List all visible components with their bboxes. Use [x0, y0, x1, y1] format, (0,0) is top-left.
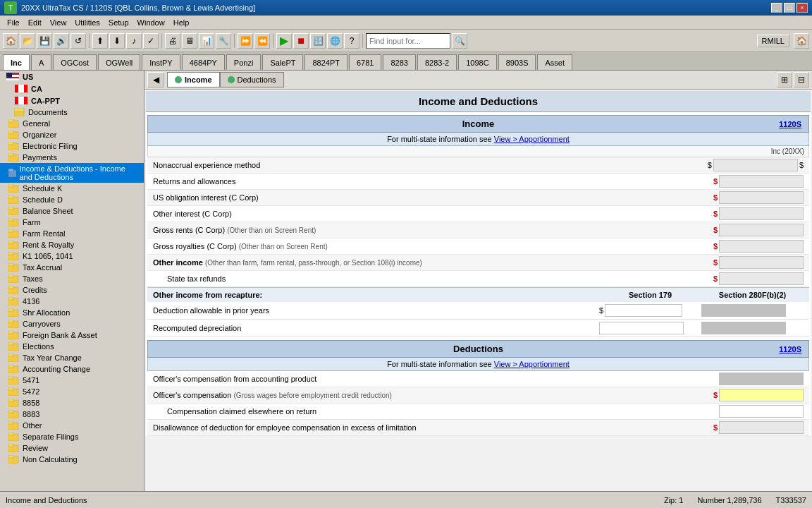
tab-deductions[interactable]: Deductions	[220, 72, 284, 87]
toolbar-icon-question[interactable]: ?	[344, 33, 359, 49]
sidebar-item-balance-sheet[interactable]: Balance Sheet	[0, 205, 144, 217]
tab-8824pt[interactable]: 8824PT	[304, 54, 347, 70]
input-state-tax[interactable]	[719, 272, 804, 285]
toolbar-icon-9[interactable]: ✓	[143, 33, 159, 49]
tab-8283[interactable]: 8283	[383, 54, 415, 70]
tab-instpy[interactable]: InstPY	[142, 54, 180, 70]
sidebar-item-farm[interactable]: Farm	[0, 217, 144, 228]
toolbar-icon-13[interactable]: 🔧	[216, 33, 231, 49]
sidebar-item-taxes[interactable]: Taxes	[0, 273, 144, 284]
menu-utilities[interactable]: Utilities	[70, 17, 104, 28]
apportionment-link[interactable]: View > Apportionment	[494, 135, 570, 143]
input-us-obligation[interactable]	[719, 191, 804, 204]
input-other-interest[interactable]	[719, 207, 804, 220]
sidebar-flag-ca[interactable]: CA	[0, 83, 144, 95]
toolbar-icon-3[interactable]: 💾	[37, 33, 52, 49]
sidebar-item-k1[interactable]: K1 1065, 1041	[0, 250, 144, 262]
sidebar-item-schedule-k[interactable]: Schedule K	[0, 183, 144, 194]
menu-edit[interactable]: Edit	[24, 17, 46, 28]
toolbar-icon-4[interactable]: 🔊	[54, 33, 69, 49]
tab-ogwell[interactable]: OGWell	[98, 54, 140, 70]
tab-asset[interactable]: Asset	[537, 54, 572, 70]
menu-view[interactable]: View	[46, 17, 71, 28]
sidebar-item-payments[interactable]: Payments	[0, 152, 144, 163]
expand-button[interactable]: ⊞	[777, 72, 792, 87]
toolbar-icon-10[interactable]: 🖨	[165, 33, 180, 49]
toolbar-icon-last[interactable]: 🏠	[794, 33, 809, 49]
search-input[interactable]	[366, 33, 450, 49]
close-button[interactable]: ×	[796, 3, 808, 13]
sidebar-item-carryovers[interactable]: Carryovers	[0, 318, 144, 329]
sidebar-item-non-calculating[interactable]: Non Calculating	[0, 454, 144, 465]
sidebar-item-8858[interactable]: 8858	[0, 397, 144, 409]
toolbar-icon-green[interactable]: ▶	[276, 33, 292, 49]
sidebar-flag-us[interactable]: US	[0, 71, 144, 83]
tab-6781[interactable]: 6781	[349, 54, 381, 70]
menu-help[interactable]: Help	[169, 17, 194, 28]
menu-window[interactable]: Window	[133, 17, 169, 28]
input-gross-royalties[interactable]	[719, 240, 804, 253]
toolbar-icon-calc[interactable]: 🔢	[310, 33, 326, 49]
toolbar-icon-1[interactable]: 🏠	[3, 33, 18, 49]
sidebar-item-tax-year-change[interactable]: Tax Year Change	[0, 352, 144, 363]
input-comp-claimed[interactable]	[719, 405, 804, 418]
tab-1098c[interactable]: 1098C	[458, 54, 496, 70]
toolbar-icon-15[interactable]: ⏪	[254, 33, 270, 49]
toolbar-icon-7[interactable]: ⬇	[109, 33, 125, 49]
sidebar-item-general[interactable]: General	[0, 118, 144, 129]
toolbar-icon-14[interactable]: ⏩	[238, 33, 253, 49]
toolbar-icon-8[interactable]: ♪	[126, 33, 142, 49]
input-gross-rents[interactable]	[719, 224, 804, 236]
sidebar-item-electronic-filing[interactable]: Electronic Filing	[0, 140, 144, 152]
sidebar-item-accounting-change[interactable]: Accounting Change	[0, 363, 144, 375]
sidebar-item-other[interactable]: Other	[0, 420, 144, 431]
toolbar-icon-red[interactable]: ■	[293, 33, 309, 49]
toolbar-icon-11[interactable]: 🖥	[182, 33, 197, 49]
menu-file[interactable]: File	[3, 17, 24, 28]
sidebar-item-5472[interactable]: 5472	[0, 386, 144, 397]
menu-setup[interactable]: Setup	[104, 17, 133, 28]
toolbar-icon-2[interactable]: 📂	[20, 33, 35, 49]
sidebar-item-5471[interactable]: 5471	[0, 375, 144, 386]
income-form-link[interactable]: 1120S	[779, 120, 801, 128]
sidebar-item-income-deductions[interactable]: Income & Deductions - Income and Deducti…	[0, 163, 144, 183]
input-officer-comp[interactable]	[719, 389, 804, 401]
sidebar-item-elections[interactable]: Elections	[0, 341, 144, 352]
search-icon[interactable]: 🔍	[452, 33, 467, 49]
sidebar-item-foreign-bank[interactable]: Foreign Bank & Asset	[0, 329, 144, 341]
sidebar-item-rent-royalty[interactable]: Rent & Royalty	[0, 239, 144, 250]
tab-inc[interactable]: Inc	[3, 54, 30, 70]
tab-8283-2[interactable]: 8283-2	[417, 54, 457, 70]
toolbar-icon-6[interactable]: ⬆	[92, 33, 108, 49]
input-recomputed-col1[interactable]	[599, 322, 684, 334]
sidebar-item-tax-accrual[interactable]: Tax Accrual	[0, 262, 144, 273]
deductions-apportionment-link[interactable]: View > Apportionment	[494, 360, 570, 368]
tab-4684py[interactable]: 4684PY	[182, 54, 225, 70]
tab-ponzi[interactable]: Ponzi	[226, 54, 262, 70]
collapse-button[interactable]: ⊟	[794, 72, 809, 87]
toolbar-icon-globe[interactable]: 🌐	[327, 33, 343, 49]
deductions-form-link[interactable]: 1120S	[779, 345, 801, 353]
sidebar-item-documents[interactable]: Documents	[0, 107, 144, 118]
tab-8903s[interactable]: 8903S	[498, 54, 536, 70]
input-disallowance[interactable]	[719, 421, 804, 434]
tab-a[interactable]: A	[31, 54, 51, 70]
toolbar-icon-5[interactable]: ↺	[70, 33, 86, 49]
sidebar-item-8883[interactable]: 8883	[0, 409, 144, 420]
tab-salept[interactable]: SalePT	[262, 54, 303, 70]
sidebar-item-4136[interactable]: 4136	[0, 296, 144, 307]
input-nonaccrual[interactable]	[713, 159, 798, 171]
sidebar-item-organizer[interactable]: Organizer	[0, 129, 144, 140]
tab-ogcost[interactable]: OGCost	[53, 54, 97, 70]
nav-back-button[interactable]: ◀	[147, 72, 164, 87]
input-returns[interactable]	[719, 175, 804, 188]
sidebar-item-credits[interactable]: Credits	[0, 284, 144, 296]
minimize-button[interactable]: _	[771, 3, 782, 13]
maximize-button[interactable]: □	[784, 3, 795, 13]
input-deduction-prior-col2[interactable]	[701, 304, 786, 317]
input-recomputed-col2[interactable]	[701, 322, 786, 334]
sidebar-flag-ca-ppt[interactable]: CA-PPT	[0, 95, 144, 107]
sidebar-item-review[interactable]: Review	[0, 442, 144, 454]
sidebar-item-shr-allocation[interactable]: Shr Allocation	[0, 307, 144, 318]
tab-income[interactable]: Income	[167, 72, 220, 87]
